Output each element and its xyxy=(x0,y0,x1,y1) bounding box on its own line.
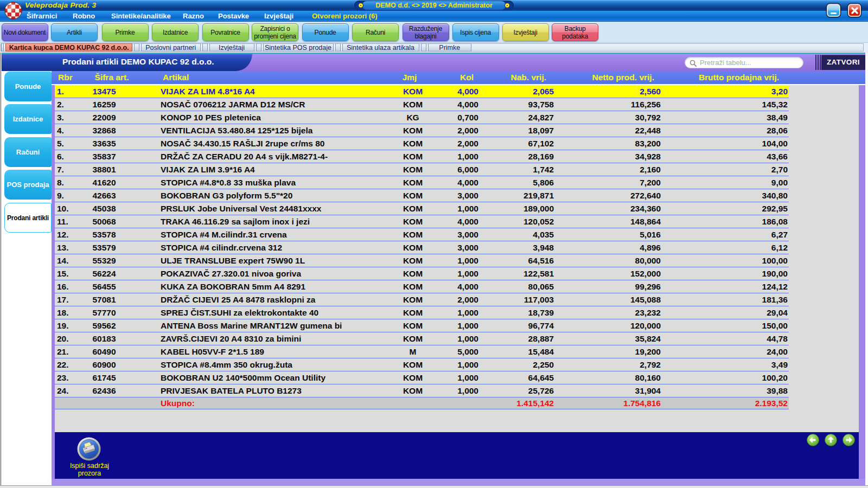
toolbar-button-zapisnici-o-promjeni-cijena[interactable]: Zapisnici o promjeni cijena xyxy=(252,23,298,41)
cell-netto: 80,160 xyxy=(555,371,662,384)
table-body: 1.13475VIJAK ZA LIM 4.8*16 A4KOM4,0002,0… xyxy=(55,85,789,409)
document-tab-primke[interactable]: Primke xyxy=(428,43,472,52)
table-row[interactable]: 16.56455KUKA ZA BOKOBRAN 5mm A4 8291KOM4… xyxy=(55,280,789,293)
nav-previous-button[interactable] xyxy=(807,434,819,446)
document-tab-kartica-kupca-demo-kupac-92-d-o-o[interactable]: Kartica kupca DEMO KUPAC 92 d.o.o. xyxy=(5,43,132,52)
cell-kol: 1,000 xyxy=(429,306,480,319)
toolbar-button-ispis-cijena[interactable]: Ispis cijena xyxy=(452,23,499,41)
menu-item-sifrarnici[interactable]: Šifrarnici xyxy=(27,11,57,21)
cell-sifra: 32868 xyxy=(81,124,127,137)
sidebar-tab-prodani-artikli[interactable]: Prodani artikli xyxy=(4,203,52,233)
table-row[interactable]: 11.50068TRAKA 46.116.29 sa sajlom inox i… xyxy=(55,215,789,228)
sidebar-tab-pos-prodaja[interactable]: POS prodaja xyxy=(4,170,52,200)
menu-item-izvjestaji[interactable]: Izvještaji xyxy=(264,11,293,21)
table-row[interactable]: 5.33635NOSAČ 34.430.15 RAŠLJI 2rupe cr/m… xyxy=(55,137,789,150)
cell-jmj: M xyxy=(397,345,429,358)
toolbar-button-izdatnice[interactable]: Izdatnice xyxy=(152,23,199,41)
menu-item-sintetike-analitike[interactable]: Sintetike/analitike xyxy=(111,11,171,21)
total-netto: 1.754,816 xyxy=(555,397,662,409)
toolbar-button-izvjestaji[interactable]: Izvještaji xyxy=(502,23,549,41)
table-row[interactable]: 18.57770SPREJ ČIST.SUHI za elektrokontak… xyxy=(55,306,789,319)
cell-rbr: 12. xyxy=(55,228,81,241)
minimize-button[interactable] xyxy=(827,4,840,17)
cell-netto: 2,560 xyxy=(555,85,662,98)
cell-nab: 24,827 xyxy=(480,111,555,124)
cell-jmj: KOM xyxy=(397,176,429,189)
toolbar-button-artikli[interactable]: Artikli xyxy=(51,23,98,41)
cell-netto: 148,864 xyxy=(555,215,662,228)
cell-jmj: KOM xyxy=(397,241,429,254)
table-row[interactable]: 9.42663BOKOBRAN G3 polyform 5.5"*20KOM3,… xyxy=(55,189,789,202)
toolbar-button-novi-dokument[interactable]: Novi dokument xyxy=(2,23,48,41)
document-tab-poslovni-partneri[interactable]: Poslovni partneri xyxy=(141,43,201,52)
nav-up-button[interactable] xyxy=(825,434,837,446)
cell-brutto: 3,49 xyxy=(662,358,789,371)
cell-sifra: 16259 xyxy=(81,98,127,111)
cell-artikal: VIJAK ZA LIM 3.9*16 A4 xyxy=(127,163,397,176)
application-window: Veleprodaja Prod. 3 DEMO d.d. <> 2019 <>… xyxy=(0,0,868,488)
close-panel-button[interactable]: ZATVORI xyxy=(821,55,865,70)
cell-rbr: 11. xyxy=(55,215,81,228)
cell-jmj: KOM xyxy=(397,189,429,202)
cell-kol: 3,000 xyxy=(429,189,480,202)
table-row[interactable]: 14.55329ULJE TRANSLUBE expert 75W90 1LKO… xyxy=(55,254,789,267)
search-input[interactable] xyxy=(700,58,801,67)
cell-jmj: KOM xyxy=(397,293,429,306)
table-row[interactable]: 1.13475VIJAK ZA LIM 4.8*16 A4KOM4,0002,0… xyxy=(55,85,789,98)
toolbar-button-primke[interactable]: Primke xyxy=(102,23,149,41)
cell-jmj: KOM xyxy=(397,202,429,215)
toolbar-button-povratnice[interactable]: Povratnice xyxy=(202,23,249,41)
sidebar-tab-racuni[interactable]: Računi xyxy=(4,137,52,167)
table-row[interactable]: 13.53579STOPICA #4 cilindr.crvena 312KOM… xyxy=(55,241,789,254)
cell-sifra: 41620 xyxy=(81,176,127,189)
toolbar-button-razduzenje-blagajni[interactable]: Razduženje blagajni xyxy=(403,23,449,41)
cell-kol: 1,000 xyxy=(429,254,480,267)
print-window-button[interactable] xyxy=(77,437,101,461)
table-row[interactable]: 19.59562ANTENA Boss Marine MRANT12W gume… xyxy=(55,319,789,332)
document-tab-sintetika-pos-prodaje[interactable]: Sintetika POS prodaje xyxy=(263,43,334,52)
table-row[interactable]: 23.61745BOKOBRAN U2 140*500mm Ocean Util… xyxy=(55,371,789,384)
menu-item-otvoreni-prozori-6[interactable]: Otvoreni prozori (6) xyxy=(312,11,378,21)
nav-next-button[interactable] xyxy=(843,434,855,446)
menu-item-razno[interactable]: Razno xyxy=(183,11,204,21)
toolbar-button-backup-podataka[interactable]: Backup podataka xyxy=(552,23,598,41)
table-row[interactable]: 8.41620STOPICA #4.8*0.8 33 muška plavaKO… xyxy=(55,176,789,189)
table-row[interactable]: 4.32868VENTILACIJA 53.480.84 125*125 bij… xyxy=(55,124,789,137)
total-empty-cell xyxy=(429,397,480,409)
total-empty-cell xyxy=(55,397,81,409)
table-row[interactable]: 12.53578STOPICA #4 M.cilindr.31 crvenaKO… xyxy=(55,228,789,241)
document-tab-izvjestaji[interactable]: Izvještaji xyxy=(209,43,254,52)
table-row[interactable]: 17.57081DRŽAČ CIJEVI 25 A4 8478 rasklopn… xyxy=(55,293,789,306)
close-button[interactable] xyxy=(848,4,861,17)
table-row[interactable]: 21.60490KABEL H05VV-F 2*1.5 189M5,00015,… xyxy=(55,345,789,358)
document-tab-sintetika-ulaza-artikala[interactable]: Sintetika ulaza artikala xyxy=(342,43,419,52)
table-row[interactable]: 15.56224POKAZIVAČ 27.320.01 nivoa goriva… xyxy=(55,267,789,280)
table-row[interactable]: 6.35837DRŽAČ ZA CERADU 20 A4 s vijk.M827… xyxy=(55,150,789,163)
table-row[interactable]: 7.38801VIJAK ZA LIM 3.9*16 A4KOM6,0001,7… xyxy=(55,163,789,176)
table-row[interactable]: 22.60900STOPICA #8.4mm 350 okrug.žutaKOM… xyxy=(55,358,789,371)
toolbar-button-racuni[interactable]: Računi xyxy=(352,23,399,41)
cell-kol: 1,000 xyxy=(429,358,480,371)
menu-item-robno[interactable]: Robno xyxy=(73,11,95,21)
menu-item-postavke[interactable]: Postavke xyxy=(218,11,249,21)
toolbar-button-ponude[interactable]: Ponude xyxy=(302,23,349,41)
table-area: 1.13475VIJAK ZA LIM 4.8*16 A4KOM4,0002,0… xyxy=(55,85,859,432)
cell-brutto: 124,12 xyxy=(662,280,789,293)
cell-artikal: KONOP 10 PES pletenica xyxy=(127,111,397,124)
cell-sifra: 53578 xyxy=(81,228,127,241)
cell-kol: 1,000 xyxy=(429,267,480,280)
title-bar: Veleprodaja Prod. 3 DEMO d.d. <> 2019 <>… xyxy=(0,0,868,11)
table-row[interactable]: 3.22009KONOP 10 PES pletenicaKG0,70024,8… xyxy=(55,111,789,124)
cell-jmj: KOM xyxy=(397,85,429,98)
table-row[interactable]: 2.16259NOSAČ 0706212 JARMA D12 MS/CRKOM4… xyxy=(55,98,789,111)
sidebar-tab-ponude[interactable]: Ponude xyxy=(4,72,52,101)
arrow-right-icon xyxy=(843,434,855,446)
column-header-rbr: Rbr xyxy=(52,71,87,84)
sidebar-tab-izdatnice[interactable]: Izdatnice xyxy=(4,104,52,134)
cell-kol: 0,700 xyxy=(429,111,480,124)
table-row[interactable]: 10.45038PRSLUK Jobe Universal Vest 24481… xyxy=(55,202,789,215)
table-row[interactable]: 20.60183ZAVRŠ.CIJEVI 20 A4 8310 za bimin… xyxy=(55,332,789,345)
cell-netto: 34,928 xyxy=(555,150,662,163)
cell-nab: 2,250 xyxy=(480,358,555,371)
table-row[interactable]: 24.62436PRIVJESAK BATELA PLUTO B1273KOM1… xyxy=(55,384,789,397)
